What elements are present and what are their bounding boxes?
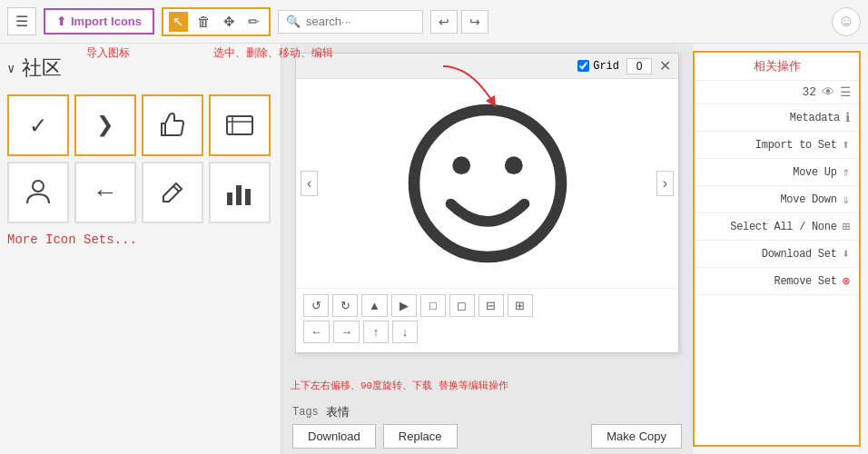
grid-checkbox[interactable]: Grid bbox=[577, 60, 619, 73]
left-panel: ∨ 社区 ✓ ❯ bbox=[0, 44, 281, 454]
make-copy-button[interactable]: Make Copy bbox=[591, 424, 682, 449]
section-title: 社区 bbox=[22, 54, 62, 82]
svg-rect-0 bbox=[227, 116, 252, 134]
search-icon: 🔍 bbox=[286, 15, 301, 29]
download-set-item[interactable]: Download Set ⬇ bbox=[695, 241, 859, 268]
eye-icon[interactable]: 👁 bbox=[822, 85, 834, 100]
svg-rect-5 bbox=[227, 192, 232, 205]
redo-button[interactable]: ↪ bbox=[461, 10, 488, 34]
icon-editor: Grid ✕ ‹ › ↺ ↻ ▲ ▶ bbox=[295, 53, 679, 353]
chart-icon bbox=[223, 176, 256, 209]
icon-cell-7[interactable] bbox=[209, 162, 271, 223]
move-left-button[interactable]: ← bbox=[303, 321, 330, 343]
download-set-icon: ⬇ bbox=[843, 246, 850, 262]
size-sm-button[interactable]: □ bbox=[420, 294, 446, 317]
svg-point-9 bbox=[452, 156, 470, 174]
move-down-icon: ⇓ bbox=[843, 192, 850, 207]
move-up-label: Move Up bbox=[793, 166, 836, 179]
edit-tool-button[interactable]: ✏ bbox=[244, 12, 263, 32]
section-header: ∨ 社区 bbox=[7, 51, 273, 85]
icon-cell-1[interactable]: ❯ bbox=[74, 94, 136, 156]
svg-point-8 bbox=[414, 110, 561, 257]
search-input[interactable] bbox=[306, 15, 415, 28]
tool-row-2: ← → ↑ ↓ bbox=[303, 321, 671, 343]
search-box[interactable]: 🔍 bbox=[278, 10, 423, 34]
partial-icon bbox=[223, 109, 256, 142]
thumbs-up-icon bbox=[156, 109, 189, 142]
icon-cell-0[interactable]: ✓ bbox=[7, 94, 69, 156]
more-icon-sets-link[interactable]: More Icon Sets... bbox=[7, 232, 273, 247]
remove-set-label: Remove Set bbox=[774, 275, 837, 288]
flip-v-button[interactable]: ▲ bbox=[361, 294, 388, 317]
right-panel-header: 相关操作 bbox=[695, 53, 859, 81]
tool-row-1: ↺ ↻ ▲ ▶ □ ◻ ⊟ ⊞ bbox=[303, 294, 671, 317]
delete-tool-button[interactable]: 🗑 bbox=[193, 12, 214, 31]
move-up-item[interactable]: Move Up ⇑ bbox=[695, 159, 859, 186]
remove-set-item[interactable]: Remove Set ⊗ bbox=[695, 268, 859, 295]
annotation-edit: 上下左右偏移、90度旋转、下载 替换等编辑操作 bbox=[291, 379, 508, 392]
smiley-svg bbox=[406, 102, 569, 265]
tags-row: Tags 表情 bbox=[292, 404, 682, 420]
icon-cell-5[interactable]: ← bbox=[74, 162, 136, 223]
editor-close-button[interactable]: ✕ bbox=[659, 57, 671, 74]
download-button[interactable]: Download bbox=[292, 424, 376, 449]
svg-rect-6 bbox=[236, 185, 242, 205]
icon-cell-2[interactable] bbox=[142, 94, 203, 156]
move-down-label: Move Down bbox=[780, 193, 836, 206]
undo-button[interactable]: ↩ bbox=[430, 10, 458, 34]
metadata-label: Metadata bbox=[790, 112, 840, 124]
grid-toggle[interactable] bbox=[577, 60, 589, 72]
remove-set-icon: ⊗ bbox=[843, 273, 850, 289]
metadata-item[interactable]: Metadata ℹ bbox=[695, 104, 859, 132]
icon-cell-6[interactable] bbox=[142, 162, 203, 223]
action-row: Download Replace Make Copy bbox=[292, 424, 682, 449]
center-panel: Grid ✕ ‹ › ↺ ↻ ▲ ▶ bbox=[281, 44, 693, 454]
menu-icon[interactable]: ☰ bbox=[840, 84, 852, 100]
shrink-button[interactable]: ⊟ bbox=[478, 294, 504, 317]
import-to-set-icon: ⬆ bbox=[843, 137, 850, 153]
icon-cell-4[interactable] bbox=[7, 162, 69, 223]
tags-label: Tags bbox=[292, 406, 319, 419]
rotate-cw-button[interactable]: ↻ bbox=[332, 294, 358, 317]
edit-icon bbox=[156, 176, 189, 209]
icon-grid: ✓ ❯ ← bbox=[7, 94, 273, 223]
tags-value[interactable]: 表情 bbox=[326, 404, 350, 420]
icon-editor-header: Grid ✕ bbox=[296, 54, 678, 79]
main-area: ∨ 社区 ✓ ❯ bbox=[0, 44, 868, 454]
expand-button[interactable]: ⊞ bbox=[508, 294, 533, 317]
select-all-none-item[interactable]: Select All / None ⊞ bbox=[695, 213, 859, 241]
move-up-button[interactable]: ↑ bbox=[363, 321, 389, 343]
import-icons-label: Import Icons bbox=[71, 15, 142, 28]
import-icon: ⬆ bbox=[56, 15, 66, 28]
move-down-item[interactable]: Move Down ⇓ bbox=[695, 186, 859, 213]
select-all-none-label: Select All / None bbox=[730, 221, 836, 233]
select-tool-button[interactable]: ↖ bbox=[169, 12, 188, 32]
avatar[interactable]: ☺ bbox=[832, 7, 861, 36]
icon-editor-canvas: ‹ › bbox=[296, 79, 678, 288]
import-to-set-item[interactable]: Import to Set ⬆ bbox=[695, 132, 859, 159]
move-right-button[interactable]: → bbox=[333, 321, 360, 343]
import-icons-button[interactable]: ⬆ Import Icons bbox=[44, 8, 154, 35]
icon-editor-tools: ↺ ↻ ▲ ▶ □ ◻ ⊟ ⊞ ← → ↑ ↓ bbox=[296, 288, 678, 352]
icon-cell-3[interactable] bbox=[209, 94, 271, 156]
import-to-set-label: Import to Set bbox=[755, 139, 837, 152]
grid-label: Grid bbox=[593, 60, 619, 73]
menu-button[interactable]: ☰ bbox=[7, 7, 36, 35]
flip-h-button[interactable]: ▶ bbox=[391, 294, 417, 317]
size-med-button[interactable]: ◻ bbox=[449, 294, 475, 317]
section-chevron[interactable]: ∨ bbox=[7, 61, 15, 76]
move-down-button[interactable]: ↓ bbox=[392, 321, 418, 343]
rotate-ccw-button[interactable]: ↺ bbox=[303, 294, 329, 317]
toolbar: ☰ ⬆ Import Icons ↖ 🗑 ✥ ✏ 🔍 ↩ ↪ ☺ bbox=[0, 0, 868, 44]
right-panel: 相关操作 32 👁 ☰ Metadata ℹ Import to Set ⬆ M… bbox=[693, 51, 861, 447]
nav-right-button[interactable]: › bbox=[656, 171, 674, 196]
select-all-none-icon: ⊞ bbox=[843, 219, 850, 234]
grid-value-input[interactable] bbox=[626, 58, 652, 74]
person-icon bbox=[22, 176, 54, 209]
download-set-label: Download Set bbox=[762, 248, 837, 261]
nav-left-button[interactable]: ‹ bbox=[301, 171, 318, 196]
count-row: 32 👁 ☰ bbox=[695, 81, 859, 104]
replace-button[interactable]: Replace bbox=[383, 424, 458, 449]
move-tool-button[interactable]: ✥ bbox=[220, 12, 239, 32]
tools-group: ↖ 🗑 ✥ ✏ bbox=[162, 7, 271, 36]
